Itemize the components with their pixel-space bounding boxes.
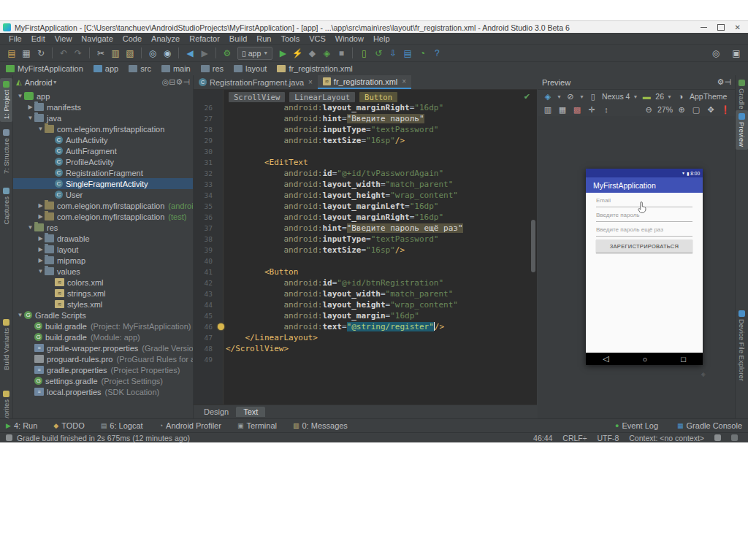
profiler-icon[interactable]: ◔ (415, 47, 430, 60)
editor-tab-registrationfragment-java[interactable]: CRegistrationFragment.java× (194, 75, 318, 89)
stop-icon[interactable]: ■ (334, 47, 348, 60)
menu-build[interactable]: Build (225, 34, 251, 43)
design-surface-icon[interactable]: ◈ (542, 92, 554, 101)
project-view-selector[interactable]: Android (25, 78, 53, 87)
tree-item-mipmap[interactable]: ▶mipmap (13, 255, 193, 266)
tree-item-com-elegion-myfirstapplication-androidtest[interactable]: ▶com.elegion.myfirstapplication(androidT… (13, 200, 193, 211)
forward-icon[interactable]: ▶ (197, 47, 212, 60)
save-all-icon[interactable]: ▦ (19, 47, 34, 60)
tree-item-proguard-rules-pro-proguard-rules-for-app[interactable]: proguard-rules.pro(ProGuard Rules for ap… (13, 353, 193, 364)
open-icon[interactable]: ▤ (4, 47, 19, 60)
zoom-fit-icon[interactable]: ▢ (690, 105, 702, 115)
tree-item-gradle-properties-project-properties[interactable]: ≡gradle.properties(Project Properties) (13, 364, 193, 375)
status-widget-1[interactable]: CRLF÷ (562, 434, 587, 442)
zoom-in-icon[interactable]: ⊕ (676, 105, 687, 115)
status-widget-0[interactable]: 46:44 (533, 434, 552, 442)
preview-variant-icon-1[interactable]: ▥ (542, 105, 554, 115)
zoom-out-icon[interactable]: ⊖ (643, 105, 654, 115)
tree-item-manifests[interactable]: ▶manifests (13, 101, 193, 112)
expand-arrow-icon[interactable]: ▼ (26, 224, 34, 231)
preview-canvas[interactable]: ▼ ▮ 8:00 MyFirstApplication ЗАРЕГИСТРИРО… (538, 116, 736, 418)
menu-window[interactable]: Window (331, 34, 368, 43)
breadcrumb-fr-registration-xml[interactable]: fr_registration.xml (277, 64, 352, 73)
sync-icon[interactable]: ↻ (34, 47, 48, 60)
orientation-icon[interactable]: ⊘ (565, 92, 576, 101)
status-widget-2[interactable]: UTF-8 (598, 434, 619, 442)
tree-item-layout[interactable]: ▶layout (13, 244, 193, 255)
center-horizontal-icon[interactable]: ✛ (586, 105, 598, 115)
breadcrumb-layout[interactable]: layout (234, 64, 267, 73)
run-configuration-chip[interactable]: ▯app▼ (237, 47, 272, 60)
close-tab-icon[interactable]: × (402, 77, 406, 85)
copy-icon[interactable]: ▥ (108, 47, 123, 60)
breadcrumb-src[interactable]: src (129, 64, 151, 73)
hide-panel-icon[interactable]: ⊣ (183, 77, 190, 86)
readonly-lock-icon[interactable] (714, 434, 721, 441)
device-selector[interactable]: Nexus 4 (602, 92, 630, 101)
undo-icon[interactable]: ↶ (56, 47, 71, 60)
attach-debugger-icon[interactable]: ◈ (319, 47, 334, 60)
editor-mode-tab-design[interactable]: Design (196, 407, 236, 417)
render-errors-icon[interactable]: ❗ (720, 105, 731, 115)
tree-item-user[interactable]: CUser (13, 189, 193, 200)
run-icon[interactable]: ▶ (275, 47, 290, 60)
tree-item-profileactivity[interactable]: CProfileActivity (13, 156, 193, 167)
expand-arrow-icon[interactable]: ▼ (26, 115, 34, 121)
settings-gear-icon[interactable]: ⚙ (176, 77, 183, 86)
minimize-button[interactable] (701, 27, 707, 28)
tree-item-res[interactable]: ▼res (13, 222, 193, 233)
expand-arrow-icon[interactable]: ▶ (37, 235, 45, 242)
stripe-build-variants[interactable]: Build Variants (0, 316, 12, 373)
expand-arrow-icon[interactable]: ▶ (37, 202, 45, 209)
close-tab-icon[interactable]: × (308, 78, 313, 86)
locate-icon[interactable]: ◎ (162, 77, 169, 86)
editor-tab-fr-registration-xml[interactable]: ≋fr_registration.xml× (318, 75, 411, 89)
build-icon[interactable]: ⚙ (220, 47, 234, 60)
tree-item-strings-xml[interactable]: ≋strings.xml (13, 288, 193, 299)
menu-navigate[interactable]: Navigate (77, 34, 117, 43)
cut-icon[interactable]: ✂ (94, 47, 108, 60)
tree-item-values[interactable]: ▼values (13, 266, 193, 277)
expand-arrow-icon[interactable]: ▼ (16, 312, 24, 318)
tree-item-java[interactable]: ▼java (13, 112, 193, 123)
tree-item-drawable[interactable]: ▶drawable (13, 233, 193, 244)
search-everywhere-icon[interactable]: ◎ (709, 47, 723, 60)
breadcrumb-main[interactable]: main (161, 64, 191, 73)
menu-analyze[interactable]: Analyze (147, 34, 184, 43)
expand-arrow-icon[interactable]: ▶ (37, 257, 45, 264)
inspections-profile-icon[interactable] (731, 434, 738, 441)
stripe-captures[interactable]: Captures (0, 185, 12, 228)
replace-icon[interactable]: ◉ (160, 47, 175, 60)
menu-tools[interactable]: Tools (276, 34, 304, 43)
expand-arrow-icon[interactable]: ▶ (37, 213, 45, 220)
toolwindow-terminal[interactable]: ▣Terminal (237, 421, 277, 430)
toolwindow-gradle-console[interactable]: ▦Gradle Console (677, 421, 742, 430)
debug-icon[interactable]: ◆ (305, 47, 319, 60)
sync-gradle-icon[interactable]: ↺ (371, 47, 386, 60)
paste-icon[interactable]: ▧ (123, 47, 137, 60)
stripe-7-structure[interactable]: 7: Structure (0, 126, 12, 177)
intention-bulb-icon[interactable] (218, 323, 224, 330)
expand-arrow-icon[interactable]: ▶ (26, 104, 34, 110)
back-icon[interactable]: ◀ (183, 47, 197, 60)
toolwindow-event-log[interactable]: ●Event Log (615, 421, 658, 430)
tree-item-settings-gradle-project-settings[interactable]: Gsettings.gradle(Project Settings) (13, 375, 193, 386)
preview-settings-gear-icon[interactable]: ⚙ (717, 77, 725, 87)
menu-view[interactable]: View (50, 34, 77, 43)
help-icon[interactable]: ? (430, 47, 444, 60)
tree-item-registrationfragment[interactable]: CRegistrationFragment (13, 167, 193, 178)
avatar-icon[interactable]: ▣ (729, 47, 744, 60)
resize-vertical-icon[interactable]: ↕ (600, 105, 612, 114)
menu-file[interactable]: File (4, 34, 26, 43)
stripe-gradle[interactable]: Gradle (736, 77, 748, 112)
tree-item-com-elegion-myfirstapplication-test[interactable]: ▶com.elegion.myfirstapplication(test) (13, 211, 193, 222)
tree-item-authfragment[interactable]: CAuthFragment (13, 145, 193, 156)
preview-variant-icon-3[interactable]: ▩ (571, 105, 583, 115)
tree-item-gradle-wrapper-properties-gradle-version[interactable]: ≡gradle-wrapper.properties(Gradle Versio… (13, 342, 193, 353)
inspection-status-icon[interactable]: ✔ (524, 92, 530, 101)
expand-arrow-icon[interactable]: ▼ (16, 93, 24, 99)
menu-edit[interactable]: Edit (27, 34, 50, 43)
stripe-device-file-explorer[interactable]: Device File Explorer (736, 307, 748, 384)
toolwindow-android-profiler[interactable]: ◔Android Profiler (159, 421, 221, 430)
expand-arrow-icon[interactable]: ▼ (37, 126, 45, 132)
